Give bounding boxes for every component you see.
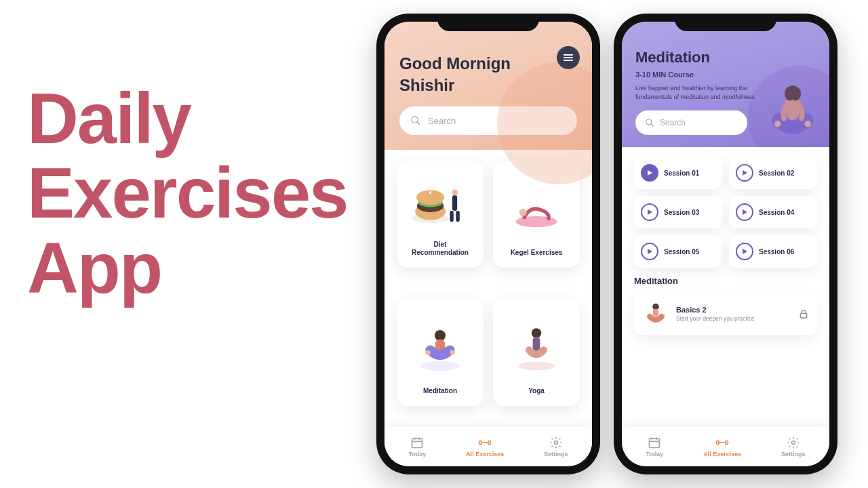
nav-label: Today (646, 451, 663, 458)
meditation-mini-illustration (642, 300, 669, 327)
page-title: Meditation (635, 49, 816, 66)
meditation-section: Meditation Basics 2 Start your deepen yo… (622, 268, 829, 335)
dumbbell-icon (478, 436, 492, 449)
svg-point-12 (515, 216, 557, 227)
svg-rect-44 (726, 441, 728, 445)
svg-point-46 (791, 441, 795, 445)
session-04[interactable]: Session 04 (729, 196, 817, 228)
svg-point-7 (429, 191, 432, 194)
nav-label: Settings (781, 451, 806, 458)
nav-label: All Exercises (703, 451, 741, 458)
hero-line-1: Daily (27, 81, 347, 156)
home-header: Good Mornign Shishir Search (384, 22, 592, 150)
meditation-illustration (402, 308, 478, 387)
svg-point-20 (532, 328, 541, 338)
svg-rect-10 (450, 211, 453, 222)
yoga-illustration (498, 308, 574, 387)
screen-meditation: Meditation 3-10 MIN Course Live happier … (622, 22, 829, 466)
session-06[interactable]: Session 06 (729, 235, 817, 268)
hero-line-2: Exercises (27, 156, 347, 230)
calendar-icon (648, 436, 661, 449)
session-label: Session 06 (759, 248, 794, 256)
nav-all-exercises[interactable]: All Exercises (466, 436, 504, 458)
svg-rect-27 (488, 441, 490, 445)
svg-point-18 (450, 350, 454, 354)
page-subtitle: 3-10 MIN Course (635, 70, 816, 79)
svg-point-19 (518, 361, 555, 370)
search-icon (410, 115, 421, 126)
session-grid: Session 01 Session 02 Session 03 Session… (622, 147, 829, 268)
session-label: Session 01 (664, 169, 699, 177)
svg-point-30 (646, 119, 652, 125)
basics-title: Basics 2 (676, 306, 755, 314)
hero-title: Daily Exercises App (27, 81, 347, 306)
gear-icon (549, 436, 563, 449)
meditation-header: Meditation 3-10 MIN Course Live happier … (622, 22, 829, 147)
svg-rect-39 (650, 439, 660, 447)
svg-rect-26 (479, 441, 481, 445)
play-icon (641, 164, 658, 182)
card-label: Kegel Exercises (511, 249, 563, 257)
session-label: Session 03 (664, 209, 699, 216)
svg-rect-11 (456, 211, 459, 222)
nav-label: All Exercises (466, 451, 504, 458)
meditation-hero-illustration (760, 80, 825, 147)
session-03[interactable]: Session 03 (634, 196, 722, 228)
nav-label: Today (408, 451, 426, 458)
session-label: Session 02 (759, 169, 794, 177)
card-diet[interactable]: Diet Recommendation (397, 161, 484, 268)
svg-point-13 (519, 209, 527, 216)
bottom-nav: Today All Exercises Settings (622, 427, 829, 466)
calendar-icon (410, 436, 424, 449)
svg-rect-21 (533, 336, 540, 351)
svg-point-29 (554, 441, 557, 445)
phone-notch (675, 14, 776, 31)
svg-rect-33 (787, 100, 799, 121)
diet-illustration (402, 170, 478, 241)
phone-notch (437, 14, 539, 31)
nav-settings[interactable]: Settings (781, 436, 806, 458)
svg-rect-43 (717, 441, 719, 445)
play-icon (641, 243, 658, 260)
screen-home: Good Mornign Shishir Search Diet Recomme… (384, 22, 592, 466)
svg-point-32 (785, 85, 801, 102)
svg-line-1 (417, 122, 420, 125)
hero-line-3: App (27, 231, 347, 306)
basics-subtitle: Start your deepen you practice (676, 315, 755, 322)
play-icon (736, 164, 753, 182)
bottom-nav: Today All Exercises Settings (384, 427, 592, 466)
svg-point-0 (412, 117, 418, 123)
hamburger-icon (564, 57, 573, 58)
session-label: Session 04 (759, 209, 794, 216)
nav-today[interactable]: Today (408, 436, 426, 458)
category-grid: Diet Recommendation Kegel Exercises Medi… (384, 150, 592, 427)
phone-frame-meditation: Meditation 3-10 MIN Course Live happier … (614, 14, 837, 474)
nav-today[interactable]: Today (646, 436, 663, 458)
search-input[interactable]: Search (399, 106, 577, 135)
greeting-line-2: Shishir (399, 76, 577, 95)
card-yoga[interactable]: Yoga (493, 299, 580, 406)
card-label: Yoga (528, 387, 545, 395)
svg-point-14 (420, 361, 460, 370)
play-icon (736, 243, 753, 260)
session-01[interactable]: Session 01 (634, 157, 722, 189)
play-icon (641, 203, 658, 221)
dumbbell-icon (715, 436, 729, 449)
nav-all-exercises[interactable]: All Exercises (703, 436, 741, 458)
svg-rect-22 (412, 439, 422, 447)
phone-frame-home: Good Mornign Shishir Search Diet Recomme… (376, 14, 600, 474)
nav-settings[interactable]: Settings (544, 436, 568, 458)
card-meditation[interactable]: Meditation (397, 299, 484, 406)
section-title: Meditation (634, 276, 817, 286)
basics-card[interactable]: Basics 2 Start your deepen you practice (634, 293, 817, 335)
play-icon (736, 203, 753, 221)
menu-button[interactable] (557, 46, 580, 69)
greeting-line-1: Good Mornign (399, 54, 577, 73)
nav-label: Settings (544, 451, 568, 458)
svg-rect-38 (800, 314, 806, 319)
search-input[interactable]: Search (635, 110, 747, 135)
svg-point-34 (774, 121, 781, 127)
svg-point-9 (452, 190, 458, 196)
session-05[interactable]: Session 05 (634, 235, 722, 268)
session-02[interactable]: Session 02 (729, 157, 817, 189)
